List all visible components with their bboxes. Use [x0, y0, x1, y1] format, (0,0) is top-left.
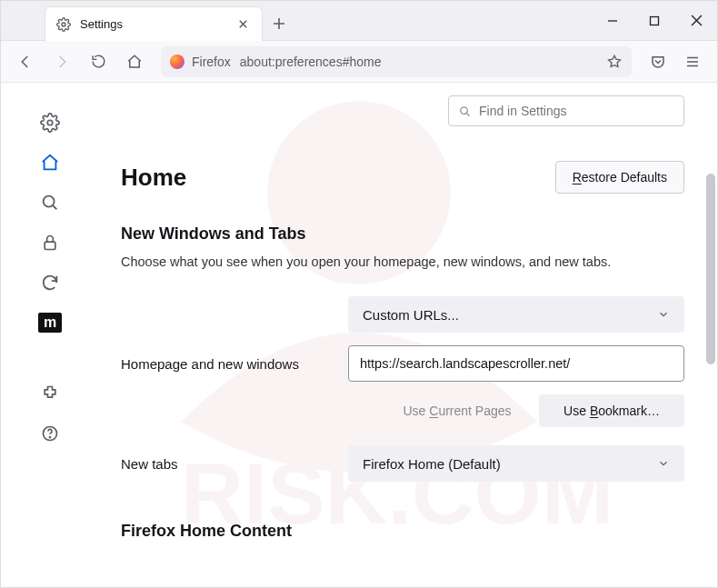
url-text: about:preferences#home [240, 55, 382, 69]
gear-icon [56, 17, 71, 32]
sidebar-item-privacy[interactable] [32, 224, 68, 261]
svg-point-5 [44, 196, 55, 207]
browser-toolbar: Firefox about:preferences#home [1, 41, 717, 83]
preferences-content: m Home Restore Defaults New Windows and … [1, 83, 717, 587]
window-minimize-button[interactable] [592, 1, 633, 41]
app-menu-button[interactable] [677, 46, 708, 77]
newtabs-label: New tabs [121, 456, 330, 472]
window-maximize-button[interactable] [633, 1, 675, 41]
newtabs-mode-select[interactable]: Firefox Home (Default) [348, 445, 684, 482]
sidebar-item-search[interactable] [32, 184, 68, 221]
home-button[interactable] [119, 46, 150, 77]
close-tab-button[interactable] [234, 16, 251, 33]
search-icon [458, 105, 472, 118]
chevron-down-icon [657, 457, 670, 470]
reload-button[interactable] [83, 46, 114, 77]
homepage-url-input[interactable] [348, 345, 684, 382]
sidebar-item-sync[interactable] [32, 264, 68, 301]
svg-point-8 [50, 437, 51, 438]
preferences-main: Home Restore Defaults New Windows and Ta… [99, 83, 717, 587]
firefox-icon [170, 55, 184, 69]
sidebar-item-support[interactable] [32, 415, 68, 452]
site-identity[interactable]: Firefox [170, 55, 231, 69]
save-to-pocket-button[interactable] [643, 46, 673, 77]
homepage-mode-value: Custom URLs... [363, 307, 459, 323]
identity-label: Firefox [192, 55, 231, 69]
bookmark-star-icon[interactable] [606, 54, 623, 70]
svg-point-4 [47, 120, 53, 125]
preferences-sidebar: m [1, 83, 99, 587]
chevron-down-icon [657, 308, 670, 321]
sidebar-item-home[interactable] [32, 145, 68, 181]
nav-back-button[interactable] [10, 46, 41, 77]
sidebar-item-general[interactable] [32, 105, 68, 141]
use-bookmark-button[interactable]: Use Bookmark… [539, 394, 684, 427]
svg-point-9 [461, 106, 468, 114]
window-close-button[interactable] [675, 1, 717, 41]
section-firefox-home-content-title: Firefox Home Content [121, 522, 684, 541]
find-in-settings [448, 95, 684, 126]
restore-defaults-button[interactable]: Restore Defaults [555, 161, 684, 194]
browser-tab-settings[interactable]: Settings [45, 6, 263, 41]
scrollbar-thumb[interactable] [706, 174, 715, 364]
window-titlebar: Settings [1, 1, 717, 41]
sidebar-item-extensions[interactable] [32, 375, 68, 412]
svg-point-2 [62, 23, 65, 26]
mozilla-icon: m [38, 313, 62, 333]
url-bar[interactable]: Firefox about:preferences#home [161, 46, 632, 77]
section-new-windows-tabs-desc: Choose what you see when you open your h… [121, 253, 684, 271]
new-tab-button[interactable] [263, 6, 295, 40]
homepage-mode-select[interactable]: Custom URLs... [348, 296, 684, 333]
tab-title: Settings [80, 17, 225, 31]
nav-forward-button[interactable] [46, 46, 77, 77]
use-current-pages-button[interactable]: Use Current Pages [384, 394, 530, 427]
svg-rect-3 [651, 16, 659, 25]
section-new-windows-tabs-title: New Windows and Tabs [121, 224, 684, 244]
sidebar-item-more-mozilla[interactable]: m [32, 304, 68, 341]
homepage-label: Homepage and new windows [121, 356, 330, 372]
page-title: Home [121, 164, 186, 192]
find-in-settings-input[interactable] [479, 104, 674, 118]
svg-rect-6 [45, 242, 55, 249]
newtabs-mode-value: Firefox Home (Default) [363, 456, 501, 472]
